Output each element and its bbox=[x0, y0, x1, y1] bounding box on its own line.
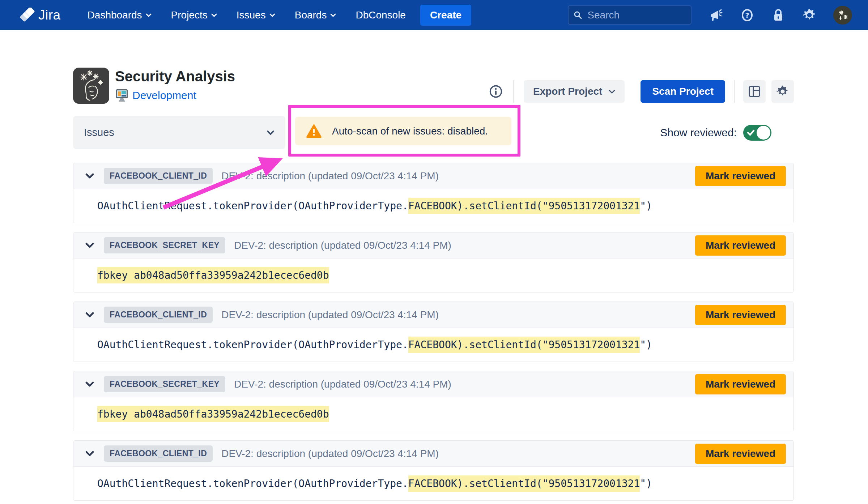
show-reviewed-toggle[interactable] bbox=[743, 125, 771, 141]
issues-filter-value: Issues bbox=[84, 127, 114, 138]
settings-button[interactable] bbox=[771, 80, 794, 103]
issue-card-header: FACEBOOK_CLIENT_ID DEV-2: description (u… bbox=[73, 302, 793, 328]
main-content: Security Analysis Development bbox=[0, 30, 868, 501]
divider bbox=[513, 80, 514, 103]
issue-card-header: FACEBOOK_CLIENT_ID DEV-2: description (u… bbox=[73, 441, 793, 467]
page-title: Security Analysis bbox=[115, 68, 235, 84]
collapse-chevron-icon[interactable] bbox=[85, 381, 94, 387]
issue-card-body: OAuthClientRequest.tokenProvider(OAuthPr… bbox=[73, 467, 793, 500]
svg-text:?: ? bbox=[745, 11, 749, 19]
code-snippet: fbkey ab048ad50ffa33959a242b1ecec6ed0b bbox=[97, 269, 329, 281]
issues-filter-select[interactable]: Issues bbox=[73, 116, 285, 149]
issue-type-badge: FACEBOOK_CLIENT_ID bbox=[104, 445, 213, 462]
mark-reviewed-button[interactable]: Mark reviewed bbox=[695, 166, 786, 186]
check-icon bbox=[746, 129, 755, 137]
jira-logo-text: Jira bbox=[38, 8, 61, 23]
user-avatar[interactable] bbox=[833, 6, 852, 25]
code-highlight: fbkey ab048ad50ffa33959a242b1ecec6ed0b bbox=[97, 267, 329, 283]
gear-icon[interactable] bbox=[802, 8, 817, 22]
header-actions: Export Project Scan Project bbox=[489, 80, 794, 103]
issue-card-body: fbkey ab048ad50ffa33959a242b1ecec6ed0b bbox=[73, 397, 793, 431]
mark-reviewed-button[interactable]: Mark reviewed bbox=[695, 444, 786, 464]
issue-card: FACEBOOK_CLIENT_ID DEV-2: description (u… bbox=[73, 302, 794, 362]
issue-card-header: FACEBOOK_CLIENT_ID DEV-2: description (u… bbox=[73, 163, 793, 189]
nav-menu: Dashboards Projects Issues Boards DbCons… bbox=[88, 9, 406, 21]
issue-card-header: FACEBOOK_SECRET_KEY DEV-2: description (… bbox=[73, 232, 793, 259]
jira-logo-icon bbox=[20, 8, 35, 23]
issue-card: FACEBOOK_CLIENT_ID DEV-2: description (u… bbox=[73, 163, 794, 223]
show-reviewed-label: Show reviewed: bbox=[660, 127, 737, 139]
nav-icon-group: ? bbox=[709, 6, 852, 25]
issue-card-body: OAuthClientRequest.tokenProvider(OAuthPr… bbox=[73, 189, 793, 223]
issue-title: DEV-2: description (updated 09/Oct/23 4:… bbox=[234, 379, 451, 390]
warning-text: Auto-scan of new issues: disabled. bbox=[332, 125, 488, 137]
code-snippet: OAuthClientRequest.tokenProvider(OAuthPr… bbox=[97, 478, 652, 490]
code-highlight: fbkey ab048ad50ffa33959a242b1ecec6ed0b bbox=[97, 406, 329, 422]
chevron-down-icon bbox=[211, 13, 217, 17]
gear-icon bbox=[776, 85, 789, 98]
project-avatar bbox=[73, 68, 109, 104]
chevron-down-icon bbox=[609, 90, 615, 94]
code-snippet: fbkey ab048ad50ffa33959a242b1ecec6ed0b bbox=[97, 408, 329, 420]
chevron-down-icon bbox=[267, 130, 275, 135]
help-icon[interactable]: ? bbox=[740, 8, 754, 22]
issue-type-badge: FACEBOOK_CLIENT_ID bbox=[104, 307, 213, 323]
issue-title: DEV-2: description (updated 09/Oct/23 4:… bbox=[234, 240, 451, 251]
panel-layout-icon bbox=[748, 85, 761, 98]
divider bbox=[734, 80, 735, 103]
issue-title: DEV-2: description (updated 09/Oct/23 4:… bbox=[221, 170, 439, 182]
toggle-knob bbox=[757, 126, 770, 140]
issue-card-header: FACEBOOK_SECRET_KEY DEV-2: description (… bbox=[73, 371, 793, 397]
issue-list: FACEBOOK_CLIENT_ID DEV-2: description (u… bbox=[73, 163, 794, 501]
announcement-icon[interactable] bbox=[709, 8, 723, 22]
collapse-chevron-icon[interactable] bbox=[85, 173, 94, 179]
nav-item-dbconsole[interactable]: DbConsole bbox=[356, 9, 406, 21]
collapse-chevron-icon[interactable] bbox=[85, 451, 94, 456]
project-link-development[interactable]: Development bbox=[132, 89, 196, 102]
issue-type-badge: FACEBOOK_CLIENT_ID bbox=[104, 168, 213, 184]
code-snippet: OAuthClientRequest.tokenProvider(OAuthPr… bbox=[97, 200, 652, 212]
chevron-down-icon bbox=[330, 13, 336, 17]
warning-icon bbox=[306, 124, 322, 138]
code-highlight: FACEBOOK).setClientId("950513172001321 bbox=[408, 475, 640, 492]
top-navbar: Jira Dashboards Projects Issues Boards D… bbox=[0, 0, 868, 30]
search-input[interactable] bbox=[587, 9, 686, 21]
export-project-button[interactable]: Export Project bbox=[524, 80, 625, 103]
issue-type-badge: FACEBOOK_SECRET_KEY bbox=[104, 237, 225, 253]
issue-type-badge: FACEBOOK_SECRET_KEY bbox=[104, 376, 225, 392]
code-highlight: FACEBOOK).setClientId("950513172001321 bbox=[408, 198, 640, 214]
computer-icon bbox=[115, 89, 129, 102]
project-titles: Security Analysis Development bbox=[115, 68, 235, 102]
issue-card: FACEBOOK_CLIENT_ID DEV-2: description (u… bbox=[73, 440, 794, 501]
mark-reviewed-button[interactable]: Mark reviewed bbox=[695, 305, 786, 325]
nav-item-issues[interactable]: Issues bbox=[237, 9, 275, 21]
chevron-down-icon bbox=[269, 13, 275, 17]
show-reviewed-control: Show reviewed: bbox=[660, 125, 771, 141]
issue-title: DEV-2: description (updated 09/Oct/23 4:… bbox=[221, 309, 439, 321]
collapse-chevron-icon[interactable] bbox=[85, 312, 94, 317]
collapse-chevron-icon[interactable] bbox=[85, 243, 94, 248]
project-breadcrumb: Development bbox=[115, 89, 235, 102]
issue-card: FACEBOOK_SECRET_KEY DEV-2: description (… bbox=[73, 232, 794, 292]
mark-reviewed-button[interactable]: Mark reviewed bbox=[695, 235, 786, 256]
chevron-down-icon bbox=[146, 13, 152, 17]
panel-layout-button[interactable] bbox=[743, 80, 766, 103]
auto-scan-warning-banner: Auto-scan of new issues: disabled. bbox=[295, 117, 511, 145]
project-header: Security Analysis Development bbox=[73, 68, 794, 104]
issue-card-body: OAuthClientRequest.tokenProvider(OAuthPr… bbox=[73, 328, 793, 362]
jira-logo[interactable]: Jira bbox=[20, 8, 61, 23]
info-icon[interactable] bbox=[489, 85, 503, 98]
search-box[interactable] bbox=[568, 5, 692, 25]
nav-item-boards[interactable]: Boards bbox=[295, 9, 336, 21]
code-highlight: FACEBOOK).setClientId("950513172001321 bbox=[408, 337, 640, 353]
nav-item-projects[interactable]: Projects bbox=[171, 9, 217, 21]
create-button[interactable]: Create bbox=[420, 5, 471, 26]
issue-card: FACEBOOK_SECRET_KEY DEV-2: description (… bbox=[73, 371, 794, 431]
lock-icon[interactable] bbox=[771, 8, 786, 22]
scan-project-button[interactable]: Scan Project bbox=[641, 80, 725, 103]
mark-reviewed-button[interactable]: Mark reviewed bbox=[695, 374, 786, 394]
issue-card-body: fbkey ab048ad50ffa33959a242b1ecec6ed0b bbox=[73, 259, 793, 292]
code-snippet: OAuthClientRequest.tokenProvider(OAuthPr… bbox=[97, 339, 652, 351]
search-icon bbox=[574, 10, 582, 20]
nav-item-dashboards[interactable]: Dashboards bbox=[88, 9, 152, 21]
